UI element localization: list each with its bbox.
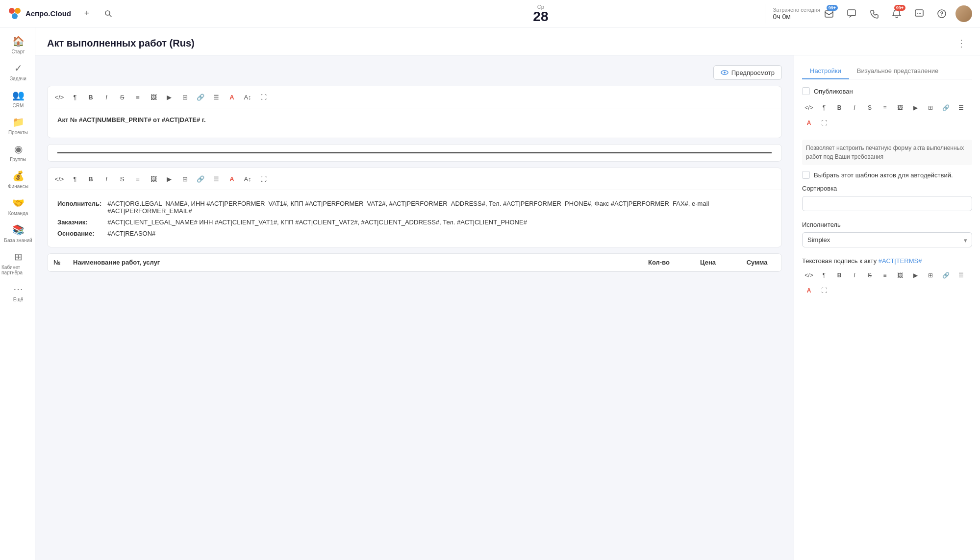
tb2-align[interactable]: ☰	[209, 172, 223, 186]
rp2-tb-table[interactable]: ⊞	[924, 268, 937, 282]
published-checkbox[interactable]	[802, 87, 810, 95]
tb-font-color[interactable]: A	[225, 90, 239, 104]
editor-block-separator[interactable]	[47, 144, 782, 162]
rp-tb-para[interactable]: ¶	[817, 101, 831, 115]
rp-tb-code[interactable]: </>	[802, 101, 816, 115]
tb-fullscreen[interactable]: ⛶	[256, 90, 270, 104]
tb-align[interactable]: ☰	[209, 90, 223, 104]
tab-visual[interactable]: Визуальное представление	[849, 63, 946, 79]
rp-tb-bold[interactable]: B	[832, 101, 846, 115]
sidebar-item-partner[interactable]: ⊞ Кабинет партнёра	[0, 247, 35, 279]
tb-video[interactable]: ▶	[162, 90, 176, 104]
sidebar-item-groups[interactable]: ◉ Группы	[0, 139, 35, 166]
tb-strike[interactable]: S	[115, 90, 129, 104]
tb2-fullscreen[interactable]: ⛶	[256, 172, 270, 186]
tb2-font-color[interactable]: A	[225, 172, 239, 186]
sidebar-item-more[interactable]: ⋯ Ещё	[0, 279, 35, 306]
tb2-strike[interactable]: S	[115, 172, 129, 186]
tb-font-size[interactable]: A↕	[241, 90, 254, 104]
rp-tb-video[interactable]: ▶	[908, 101, 922, 115]
tb2-font-size[interactable]: A↕	[241, 172, 254, 186]
sidebar-label-finance: Финансы	[8, 184, 28, 189]
sidebar: 🏠 Старт ✓ Задачи 👥 CRM 📁 Проекты ◉ Групп…	[0, 27, 35, 560]
performer-select[interactable]: Simplex	[802, 232, 972, 247]
tb2-para[interactable]: ¶	[68, 172, 82, 186]
tb-code[interactable]: </>	[52, 90, 66, 104]
tb-link[interactable]: 🔗	[194, 90, 207, 104]
tb2-table[interactable]: ⊞	[178, 172, 192, 186]
bell-button[interactable]: 99+	[888, 5, 905, 23]
svg-point-8	[917, 13, 918, 14]
sort-input[interactable]	[802, 196, 972, 211]
add-button[interactable]: +	[79, 6, 95, 22]
rp-tb-strike[interactable]: S	[863, 101, 877, 115]
sidebar-item-team[interactable]: 🤝 Команда	[0, 193, 35, 220]
svg-line-4	[109, 15, 111, 17]
search-button[interactable]	[101, 6, 116, 22]
rp-tb-font[interactable]: A	[802, 116, 816, 130]
rp-tb-align[interactable]: ☰	[954, 101, 968, 115]
rp2-tb-strike[interactable]: S	[863, 268, 877, 282]
rp2-tb-fullscreen[interactable]: ⛶	[817, 284, 831, 297]
eye-icon	[721, 69, 729, 76]
tb-bold[interactable]: B	[84, 90, 98, 104]
tb2-code[interactable]: </>	[52, 172, 66, 186]
tb-list[interactable]: ≡	[131, 90, 145, 104]
editor-main: Предпросмотр </> ¶ B I S ≡ 🖼 ▶ ⊞	[35, 55, 794, 560]
app-logo[interactable]: Аспро.Cloud	[8, 7, 71, 21]
editor-block-title: </> ¶ B I S ≡ 🖼 ▶ ⊞ 🔗 ☰ A A↕ ⛶	[47, 86, 782, 138]
tb-image[interactable]: 🖼	[147, 90, 160, 104]
rp2-tb-align[interactable]: ☰	[954, 268, 968, 282]
rp-tb-image[interactable]: 🖼	[893, 101, 907, 115]
tb-italic[interactable]: I	[100, 90, 113, 104]
rp-tb-link[interactable]: 🔗	[939, 101, 953, 115]
rp2-tb-list[interactable]: ≡	[878, 268, 892, 282]
preview-button[interactable]: Предпросмотр	[713, 65, 782, 80]
tb2-list[interactable]: ≡	[131, 172, 145, 186]
editor-block-table: № Наименование работ, услуг Кол-во Цена …	[47, 253, 782, 272]
more-options-button[interactable]: ⋮	[955, 35, 968, 51]
tb2-image[interactable]: 🖼	[147, 172, 160, 186]
sidebar-item-start[interactable]: 🏠 Старт	[0, 31, 35, 58]
tb2-video[interactable]: ▶	[162, 172, 176, 186]
user-avatar[interactable]	[955, 5, 972, 22]
sidebar-item-projects[interactable]: 📁 Проекты	[0, 112, 35, 139]
rp2-tb-para[interactable]: ¶	[817, 268, 831, 282]
tb2-bold[interactable]: B	[84, 172, 98, 186]
rp2-tb-video[interactable]: ▶	[908, 268, 922, 282]
performer-select-wrap: Simplex	[802, 232, 972, 247]
chat-button[interactable]	[843, 5, 860, 23]
sidebar-item-crm[interactable]: 👥 CRM	[0, 85, 35, 112]
rp-tb-italic[interactable]: I	[848, 101, 861, 115]
rp2-tb-bold[interactable]: B	[832, 268, 846, 282]
sidebar-item-tasks[interactable]: ✓ Задачи	[0, 58, 35, 85]
rp-tb-list[interactable]: ≡	[878, 101, 892, 115]
notifications-email-button[interactable]: 99+	[820, 5, 838, 23]
tb-table[interactable]: ⊞	[178, 90, 192, 104]
svg-point-0	[9, 8, 15, 14]
rp2-tb-italic[interactable]: I	[848, 268, 861, 282]
svg-point-12	[941, 15, 942, 16]
phone-button[interactable]	[865, 5, 883, 23]
rp2-tb-font[interactable]: A	[802, 284, 816, 297]
tb2-italic[interactable]: I	[100, 172, 113, 186]
sidebar-item-knowledge[interactable]: 📚 База знаний	[0, 220, 35, 247]
info-label-performer: Исполнитель:	[57, 198, 107, 217]
comment-button[interactable]	[910, 5, 928, 23]
info-content[interactable]: Исполнитель: #АСТ|ORG.LEGAL_NAME#, ИНН #…	[48, 190, 781, 247]
rp2-tb-image[interactable]: 🖼	[893, 268, 907, 282]
rp-tb-fullscreen[interactable]: ⛶	[817, 116, 831, 130]
sidebar-item-finance[interactable]: 💰 Финансы	[0, 166, 35, 193]
auto-action-checkbox[interactable]	[802, 171, 810, 179]
block1-content[interactable]: Акт № #АСТ|NUMBER_PRINT# от #АСТ|DATE# г…	[48, 108, 781, 138]
rp2-tb-code[interactable]: </>	[802, 268, 816, 282]
tb-para[interactable]: ¶	[68, 90, 82, 104]
rp-tb-table[interactable]: ⊞	[924, 101, 937, 115]
auto-action-section: Выбрать этот шаблон актов для автодейств…	[802, 171, 972, 179]
help-button[interactable]	[933, 5, 951, 23]
sidebar-label-more: Ещё	[13, 297, 23, 302]
tab-settings[interactable]: Настройки	[802, 63, 849, 79]
rp2-tb-link[interactable]: 🔗	[939, 268, 953, 282]
svg-point-9	[919, 13, 920, 14]
tb2-link[interactable]: 🔗	[194, 172, 207, 186]
